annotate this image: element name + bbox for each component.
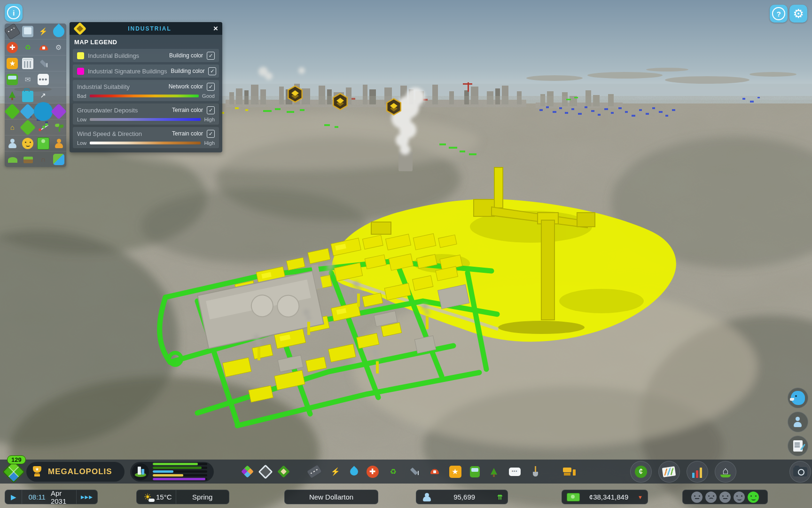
garbage-infoview-icon[interactable]: ♻ xyxy=(22,42,33,53)
population-icon xyxy=(421,492,431,502)
map-tiles-panel-icon xyxy=(662,466,676,477)
fire-safety-infoview-icon[interactable] xyxy=(38,42,49,53)
mail-infoview-icon[interactable]: ✉ xyxy=(22,74,33,85)
settings-button[interactable]: ⚙ xyxy=(789,5,807,23)
industrial-area-marker[interactable] xyxy=(387,99,400,115)
photo-mode-icon-button[interactable] xyxy=(789,461,811,483)
industrial-area-marker[interactable] xyxy=(288,86,302,102)
water-pollution-infoview-icon[interactable] xyxy=(53,154,64,165)
routes-infoview-icon[interactable]: ↗ xyxy=(38,90,49,101)
status-bar: ▶ 08:11 Apr 2031 ▶▶▶ ☀ 15°C Spring New D… xyxy=(0,490,812,506)
water-infoview-icon[interactable] xyxy=(51,24,66,39)
ground-pollution-infoview-icon[interactable] xyxy=(22,154,33,165)
city-name-pill[interactable]: New Dollarton xyxy=(284,490,378,504)
communications-infoview-icon[interactable]: ••• xyxy=(38,74,49,85)
economy-panel-icon: ¢ xyxy=(635,466,647,478)
help-button[interactable]: ? xyxy=(770,5,788,23)
planning-map-infoview-icon[interactable] xyxy=(20,119,36,135)
statistics-panel-icon-button[interactable] xyxy=(687,461,708,483)
terraforming-tool-icon[interactable] xyxy=(529,466,541,478)
noise-pollution-infoview-icon[interactable]: ∩ xyxy=(38,154,49,165)
vehicles-infoview-icon[interactable] xyxy=(22,26,33,37)
population-pill[interactable]: 95,699 ⇈ xyxy=(416,490,508,504)
industrial-panel-icon xyxy=(73,22,86,35)
communications-tool-icon[interactable]: ••• xyxy=(509,468,521,476)
population-infoview-icon[interactable] xyxy=(7,138,18,149)
police-infoview-icon[interactable]: ★ xyxy=(7,58,18,69)
progression-panel-icon-button[interactable]: ⌂ xyxy=(715,461,736,483)
city-progression-pill[interactable]: ★ MEGALOPOLIS xyxy=(26,462,125,482)
close-icon[interactable]: × xyxy=(213,24,218,32)
legend-label: Groundwater Deposits xyxy=(77,107,138,114)
happiness-face-smile[interactable] xyxy=(734,492,745,503)
parks-infoview-icon[interactable] xyxy=(7,90,18,101)
tourism-infoview-icon[interactable] xyxy=(22,91,33,102)
water-sewage-tool-icon[interactable] xyxy=(348,466,359,477)
milestone-level: 129 xyxy=(7,455,26,464)
happiness-face-happy[interactable] xyxy=(748,492,759,503)
main-toolbar: 129 ★ MEGALOPOLIS ⚡✚♻★••• ¢⌂ xyxy=(0,460,812,484)
bulldozer-tool-icon[interactable] xyxy=(562,467,576,477)
happiness-face-flat[interactable] xyxy=(719,492,731,503)
legend-checkbox[interactable]: ✓ xyxy=(208,67,216,75)
healthcare-infoview-icon[interactable]: ✚ xyxy=(7,42,18,53)
progression-panel-icon: ⌂ xyxy=(719,466,732,478)
signature-buildings-tool-icon[interactable] xyxy=(277,465,290,478)
agriculture-infoview-icon[interactable] xyxy=(53,122,64,133)
map-tiles-panel-icon-button[interactable] xyxy=(658,461,680,483)
journal-icon-button[interactable] xyxy=(788,436,808,456)
transportation-tool-icon[interactable] xyxy=(470,466,480,477)
landslide-infoview-icon[interactable] xyxy=(7,154,18,165)
city-demand-icon xyxy=(133,465,148,479)
legend-color-type: Building color xyxy=(171,68,204,74)
parks-recreation-tool-icon[interactable] xyxy=(488,466,500,478)
legend-row: Industrial Signature BuildingsBuilding c… xyxy=(73,64,219,78)
legend-checkbox[interactable]: ✓ xyxy=(207,130,215,138)
police-tool-icon[interactable]: ★ xyxy=(449,466,461,478)
play-pause-button[interactable]: ▶ xyxy=(5,490,22,504)
follow-citizen-icon-button[interactable] xyxy=(788,412,808,432)
garbage-tool-icon[interactable]: ♻ xyxy=(387,466,399,478)
gradient-max-label: Good xyxy=(202,93,215,99)
residential-infoview-icon[interactable]: ⌂ xyxy=(7,122,18,133)
administration-infoview-icon[interactable] xyxy=(22,58,33,69)
electricity-tool-icon[interactable]: ⚡ xyxy=(329,466,342,478)
happiness-infoview-icon[interactable] xyxy=(22,138,33,149)
money-infoview-icon[interactable] xyxy=(37,137,49,150)
demand-pill[interactable] xyxy=(130,462,214,482)
happiness-pill[interactable] xyxy=(682,490,768,504)
money-pill[interactable]: ¢38,341,849 ▼ xyxy=(562,490,648,504)
economy-panel-icon-button[interactable]: ¢ xyxy=(630,461,652,483)
healthcare-tool-icon[interactable]: ✚ xyxy=(367,466,379,478)
education-tool-icon[interactable] xyxy=(408,466,420,478)
legend-checkbox[interactable]: ✓ xyxy=(207,106,215,114)
terrain-infoview-icon[interactable] xyxy=(5,103,20,119)
transportation-infoview-icon[interactable] xyxy=(7,74,18,85)
speed-button[interactable]: ▶▶▶ xyxy=(76,490,97,504)
happiness-face-sad[interactable] xyxy=(705,492,717,503)
maintenance-infoview-icon[interactable]: ⚙ xyxy=(53,42,64,53)
legend-label: Industrial Buildings xyxy=(88,52,139,59)
industrial-infoview-icon[interactable] xyxy=(35,103,51,119)
roads-infoview-icon[interactable] xyxy=(5,24,21,40)
education-infoview-icon[interactable] xyxy=(38,58,49,69)
chirper-icon-button[interactable] xyxy=(788,388,808,408)
legend-swatch xyxy=(77,68,84,75)
legend-checkbox[interactable]: ✓ xyxy=(207,52,215,60)
workers-infoview-icon[interactable] xyxy=(53,138,64,149)
game-date: Apr 2031 xyxy=(51,489,76,505)
roads-tool-icon[interactable] xyxy=(306,464,322,479)
areas-tool-icon[interactable] xyxy=(258,464,273,479)
statistics-line-infoview-icon[interactable] xyxy=(38,122,49,133)
toolbar-panels-group: ¢⌂ xyxy=(627,461,740,483)
legend-checkbox[interactable]: ✓ xyxy=(207,83,215,91)
unique-buildings-infoview-icon[interactable] xyxy=(51,103,66,119)
fire-rescue-tool-icon[interactable] xyxy=(429,466,441,478)
toolbar-camera-group xyxy=(786,461,812,483)
milestone-badge[interactable]: 129 xyxy=(6,461,22,482)
industrial-area-marker[interactable] xyxy=(333,94,347,110)
info-button[interactable]: i xyxy=(5,4,23,22)
electricity-infoview-icon[interactable]: ⚡ xyxy=(38,26,49,37)
zoning-tool-icon[interactable] xyxy=(241,465,254,478)
happiness-face-flat[interactable] xyxy=(691,492,703,503)
